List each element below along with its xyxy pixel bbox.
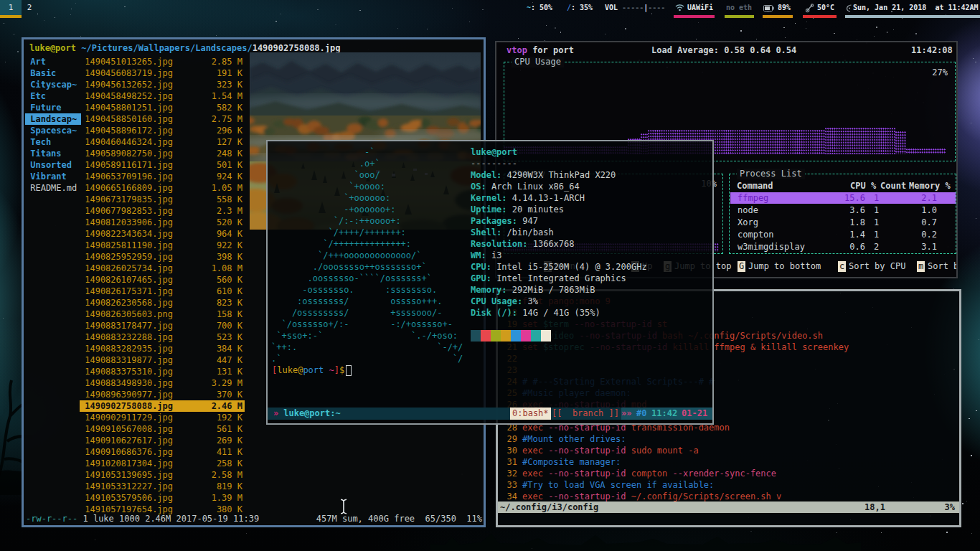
neofetch-info-line: Uptime: 20 minutes	[471, 204, 647, 215]
statusblock-battery[interactable]: 89%	[778, 3, 791, 13]
ranger-file-item[interactable]: 1491020817304.jpg258 K	[80, 458, 245, 469]
ranger-file-item[interactable]: 1490883498930.jpg3.29 M	[80, 377, 245, 389]
tmux-time: 11:42	[651, 408, 677, 420]
statusblock-wifi[interactable]: UAWiFi	[687, 3, 713, 13]
vim-line: 31#Composite manager:	[500, 456, 959, 468]
ranger-directory-item[interactable]: Landscap~	[25, 113, 81, 125]
info-label: Model:	[471, 170, 501, 180]
ranger-file-item[interactable]: 1490451013265.jpg2.85 M	[80, 56, 245, 67]
i3bar: 1 2 ~: 50% /: 35% VOL -----|---- UAWiFi …	[0, 0, 980, 18]
ranger-directory-item[interactable]: Unsorted	[25, 159, 81, 171]
process-row[interactable]: ffmpeg15.612.1	[730, 192, 956, 204]
ranger-file-item[interactable]: 1490589116171.jpg501 K	[80, 159, 245, 171]
process-column-header[interactable]: Memory %	[909, 181, 951, 191]
ranger-file-item[interactable]: 1490910567008.jpg561 K	[80, 423, 245, 435]
ranger-file-item[interactable]: 1490458896172.jpg296 K	[80, 125, 245, 136]
vim-syntax-segment: compton	[631, 468, 673, 479]
process-column-header[interactable]: Count	[880, 181, 906, 191]
ranger-directory-item[interactable]: README.md	[25, 182, 81, 194]
ranger-directory-item[interactable]: Future	[25, 102, 81, 113]
ranger-file-item[interactable]: 1490826230568.jpg823 K	[80, 297, 245, 309]
vim-syntax-segment: --xrender-sync-fence	[673, 468, 777, 479]
vim-syntax-segment: #Try to load VGA screen if available:	[522, 480, 714, 490]
tmux-window-bash[interactable]: 0:bash*	[510, 408, 551, 420]
vim-line: 34exec --no-startup-id ~/.config/Scripts…	[500, 491, 959, 502]
directory-name: Titans	[25, 149, 62, 159]
ranger-file-item[interactable]: 1490589082750.jpg248 K	[80, 148, 245, 159]
file-name: 1490456083719.jpg	[80, 68, 173, 78]
statusblock-disk-root[interactable]: /: 35%	[567, 3, 593, 13]
vim-line-number: 29	[500, 433, 517, 445]
ranger-file-item[interactable]: 1490825952959.jpg398 K	[80, 251, 245, 263]
neofetch-info-line: Packages: 947	[471, 215, 647, 227]
ranger-file-item[interactable]: 1490826025734.jpg1.08 M	[80, 263, 245, 274]
ranger-directory-item[interactable]: Vibrant	[25, 171, 81, 182]
ranger-directory-item[interactable]: Tech	[25, 136, 81, 148]
process-column-header[interactable]: Command	[737, 181, 773, 191]
ranger-file-item[interactable]: 1490902758088.jpg2.46 M	[80, 400, 245, 412]
ranger-statusbar: -rw-r--r-- 1 luke 1000 2.46M 2017-05-19 …	[26, 513, 486, 524]
file-name: 1490677982853.jpg	[80, 206, 173, 216]
ranger-file-item[interactable]: 1490822343634.jpg964 K	[80, 228, 245, 240]
ranger-directory-item[interactable]: Etc	[25, 90, 81, 102]
tmux-session[interactable]: luke@port:~	[278, 408, 341, 420]
statusblock-temperature[interactable]: 50°C	[817, 3, 834, 13]
ranger-directory-item[interactable]: Titans	[25, 148, 81, 159]
ranger-directory-item[interactable]: Basic	[25, 67, 81, 79]
thermometer-icon	[806, 4, 814, 13]
process-row[interactable]: Xorg1.810.7	[730, 217, 956, 228]
ranger-file-item[interactable]: 1490456132652.jpg323 K	[80, 79, 245, 90]
prompt-bracket-close: ]	[334, 365, 339, 375]
statusblock-disk-home[interactable]: ~: 50%	[527, 3, 552, 13]
directory-name: Spacesca~	[25, 126, 77, 136]
process-row[interactable]: node3.611.0	[730, 204, 956, 216]
ranger-file-item[interactable]: 1490910686376.jpg411 K	[80, 446, 245, 458]
star	[785, 37, 786, 38]
ranger-file-item[interactable]: 1490910627617.jpg269 K	[80, 435, 245, 446]
ranger-file-item[interactable]: 1490673179835.jpg558 K	[80, 194, 245, 205]
process-row[interactable]: compton1.410.2	[730, 229, 956, 240]
ranger-file-item[interactable]: 1490826175371.jpg610 K	[80, 286, 245, 297]
process-row[interactable]: w3mimgdisplay0.623.1	[730, 241, 956, 253]
ranger-file-item[interactable]: 1490883232288.jpg523 K	[80, 331, 245, 343]
file-name: 1490458498252.jpg	[80, 91, 173, 101]
file-size: 561 K	[217, 423, 242, 435]
file-size: 520 K	[217, 217, 242, 228]
volume-label: VOL	[605, 4, 622, 11]
ranger-file-item[interactable]: 1490665166809.jpg1.05 M	[80, 182, 245, 194]
ranger-file-item[interactable]: 1490458498252.jpg1.54 M	[80, 90, 245, 102]
neofetch-info-line: Disk (/): 14G / 41G (35%)	[471, 307, 647, 319]
ranger-directory-item[interactable]: Spacesca~	[25, 125, 81, 136]
color-swatch	[471, 330, 481, 342]
ranger-file-item[interactable]: 1490458850160.jpg2.75 M	[80, 113, 245, 125]
ranger-file-item[interactable]: 1491053139695.jpg2.58 M	[80, 469, 245, 481]
ranger-file-item[interactable]: 1490902911729.jpg192 K	[80, 412, 245, 423]
ranger-file-item[interactable]: 1490883282935.jpg384 K	[80, 343, 245, 354]
ranger-file-item[interactable]: 1490653709196.jpg924 K	[80, 171, 245, 182]
ranger-file-item[interactable]: 1490458801251.jpg582 K	[80, 102, 245, 113]
ranger-file-item[interactable]: 1490883178477.jpg700 K	[80, 320, 245, 331]
ranger-directory-item[interactable]: Cityscap~	[25, 79, 81, 90]
ranger-file-item[interactable]: 1490826305603.png158 K	[80, 309, 245, 320]
ranger-file-item[interactable]: 1490883375310.jpg131 K	[80, 366, 245, 377]
ranger-directory-item[interactable]: Art	[25, 56, 81, 67]
ranger-file-item[interactable]: 1490456083719.jpg191 K	[80, 67, 245, 79]
ranger-file-item[interactable]: 1490896390977.jpg370 K	[80, 389, 245, 400]
ranger-file-item[interactable]: 1491053579506.jpg1.39 M	[80, 492, 245, 504]
ranger-file-item[interactable]: 1491053312227.jpg819 K	[80, 481, 245, 492]
ranger-file-item[interactable]: 1490826107465.jpg560 K	[80, 274, 245, 286]
statusblock-volume[interactable]: VOL -----|----	[605, 3, 665, 13]
ranger-file-item[interactable]: 1490883319877.jpg447 K	[80, 354, 245, 366]
statusblock-datetime[interactable]: Sun, Jan 21, 2018 at 11:42AM	[853, 3, 979, 13]
ranger-file-item[interactable]: 1490812033906.jpg520 K	[80, 217, 245, 228]
workspace-button-2[interactable]: 2	[24, 0, 35, 15]
process-column-header[interactable]: CPU %	[850, 181, 875, 191]
tmux-date: 01-21	[682, 408, 707, 420]
workspace-button-1[interactable]: 1	[0, 0, 22, 15]
ranger-file-item[interactable]: 1490825811190.jpg922 K	[80, 240, 245, 251]
ranger-file-item[interactable]: 1490460446324.jpg127 K	[80, 136, 245, 148]
file-size: 819 K	[217, 481, 242, 492]
statusblock-ethernet[interactable]: no eth	[726, 3, 752, 13]
ranger-file-item[interactable]: 1490677982853.jpg2.3 M	[80, 205, 245, 217]
file-name: 1490673179835.jpg	[80, 194, 173, 204]
